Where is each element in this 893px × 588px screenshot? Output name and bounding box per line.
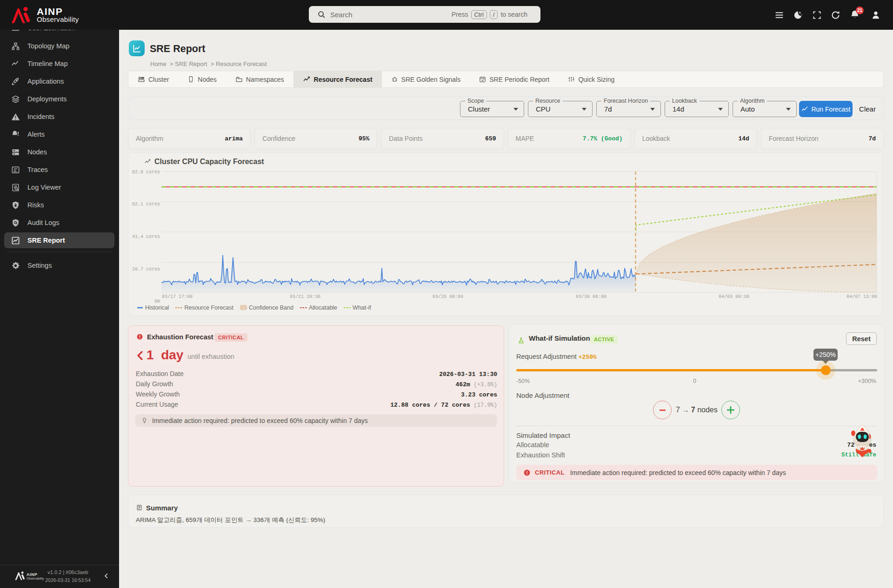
svg-text:03/21 20:30: 03/21 20:30 xyxy=(290,294,320,299)
svg-text:20.7 cores: 20.7 cores xyxy=(132,267,160,272)
svg-text:04/07 13:00: 04/07 13:00 xyxy=(846,294,877,299)
svg-text:41.4 cores: 41.4 cores xyxy=(132,234,160,239)
svg-text:03/17 17:00: 03/17 17:00 xyxy=(162,294,193,299)
svg-text:04/03 09:30: 04/03 09:30 xyxy=(719,294,749,299)
svg-text:03/26 00:00: 03/26 00:00 xyxy=(433,294,463,299)
svg-text:62.1 cores: 62.1 cores xyxy=(132,202,160,207)
svg-text:03/30 06:00: 03/30 06:00 xyxy=(576,294,606,299)
svg-text:0m: 0m xyxy=(154,299,160,304)
svg-text:82.8 cores: 82.8 cores xyxy=(132,170,160,175)
